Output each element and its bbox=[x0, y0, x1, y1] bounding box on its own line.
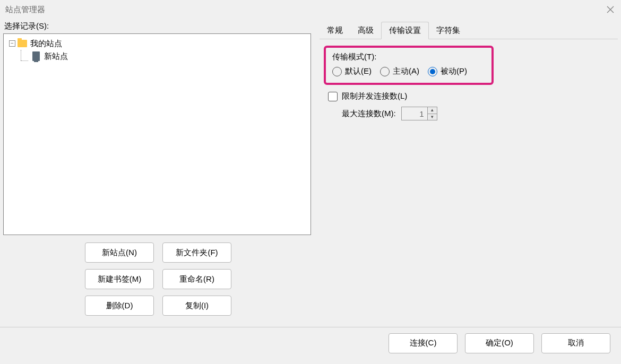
tree-root-row[interactable]: − 我的站点 bbox=[6, 37, 308, 50]
tab-general[interactable]: 常规 bbox=[320, 22, 350, 39]
spinner-up-icon[interactable]: ▲ bbox=[427, 107, 437, 114]
connect-button[interactable]: 连接(C) bbox=[389, 333, 458, 353]
folder-icon bbox=[18, 40, 27, 47]
radio-passive[interactable]: 被动(P) bbox=[428, 66, 467, 76]
new-site-button[interactable]: 新站点(N) bbox=[85, 242, 154, 263]
cancel-button[interactable]: 取消 bbox=[541, 333, 610, 353]
tree-child-row[interactable]: 新站点 bbox=[6, 50, 308, 63]
titlebar: 站点管理器 bbox=[0, 0, 621, 19]
window-title: 站点管理器 bbox=[5, 5, 45, 15]
ok-button[interactable]: 确定(O) bbox=[465, 333, 534, 353]
spinner-down-icon[interactable]: ▼ bbox=[427, 114, 437, 121]
left-panel: 选择记录(S): − 我的站点 新站点 新站点(N) 新文件夹(F) 新建书签(… bbox=[3, 21, 311, 327]
delete-button[interactable]: 删除(D) bbox=[85, 296, 154, 316]
tree-child-label: 新站点 bbox=[44, 51, 68, 62]
limit-connections-row: 限制并发连接数(L) bbox=[328, 91, 614, 101]
footer: 连接(C) 确定(O) 取消 bbox=[0, 327, 621, 359]
right-panel: 常规 高级 传输设置 字符集 传输模式(T): 默认(E) 主动(A) bbox=[311, 21, 618, 327]
max-connections-input[interactable] bbox=[401, 107, 428, 120]
rename-button[interactable]: 重命名(R) bbox=[162, 269, 231, 289]
tabs: 常规 高级 传输设置 字符集 bbox=[320, 21, 618, 39]
tab-charset[interactable]: 字符集 bbox=[429, 22, 468, 39]
site-buttons: 新站点(N) 新文件夹(F) 新建书签(M) 重命名(R) 删除(D) 复制(I… bbox=[3, 242, 311, 316]
tab-content-transfer: 传输模式(T): 默认(E) 主动(A) 被动(P) bbox=[320, 39, 618, 127]
radio-active-label: 主动(A) bbox=[393, 66, 419, 76]
radio-active[interactable]: 主动(A) bbox=[380, 66, 419, 76]
tab-transfer[interactable]: 传输设置 bbox=[381, 22, 429, 39]
radio-default[interactable]: 默认(E) bbox=[332, 66, 372, 76]
copy-button[interactable]: 复制(I) bbox=[162, 296, 231, 316]
transfer-mode-label: 传输模式(T): bbox=[332, 52, 485, 62]
new-bookmark-button[interactable]: 新建书签(M) bbox=[85, 269, 154, 289]
radio-passive-label: 被动(P) bbox=[441, 66, 467, 76]
max-connections-row: 最大连接数(M): ▲ ▼ bbox=[342, 107, 614, 120]
tree-collapse-icon[interactable]: − bbox=[9, 40, 15, 47]
transfer-mode-group: 传输模式(T): 默认(E) 主动(A) 被动(P) bbox=[324, 46, 494, 85]
transfer-mode-radios: 默认(E) 主动(A) 被动(P) bbox=[332, 66, 485, 76]
limit-label: 限制并发连接数(L) bbox=[342, 91, 407, 101]
tree-root-label: 我的站点 bbox=[30, 39, 62, 49]
close-icon[interactable] bbox=[605, 4, 616, 15]
tab-advanced[interactable]: 高级 bbox=[350, 22, 381, 39]
radio-dot-icon bbox=[430, 69, 435, 74]
site-tree[interactable]: − 我的站点 新站点 bbox=[3, 33, 311, 235]
max-connections-label: 最大连接数(M): bbox=[342, 109, 396, 119]
radio-circle-icon bbox=[332, 67, 342, 76]
spinner-buttons: ▲ ▼ bbox=[428, 107, 437, 120]
radio-circle-icon bbox=[380, 67, 390, 76]
select-record-label: 选择记录(S): bbox=[3, 21, 311, 31]
max-connections-spinner[interactable]: ▲ ▼ bbox=[401, 107, 437, 120]
content-area: 选择记录(S): − 我的站点 新站点 新站点(N) 新文件夹(F) 新建书签(… bbox=[0, 19, 621, 327]
radio-circle-selected-icon bbox=[428, 67, 437, 76]
new-folder-button[interactable]: 新文件夹(F) bbox=[162, 242, 231, 263]
limit-checkbox[interactable] bbox=[328, 92, 338, 101]
server-icon bbox=[32, 51, 40, 61]
radio-default-label: 默认(E) bbox=[345, 66, 372, 76]
